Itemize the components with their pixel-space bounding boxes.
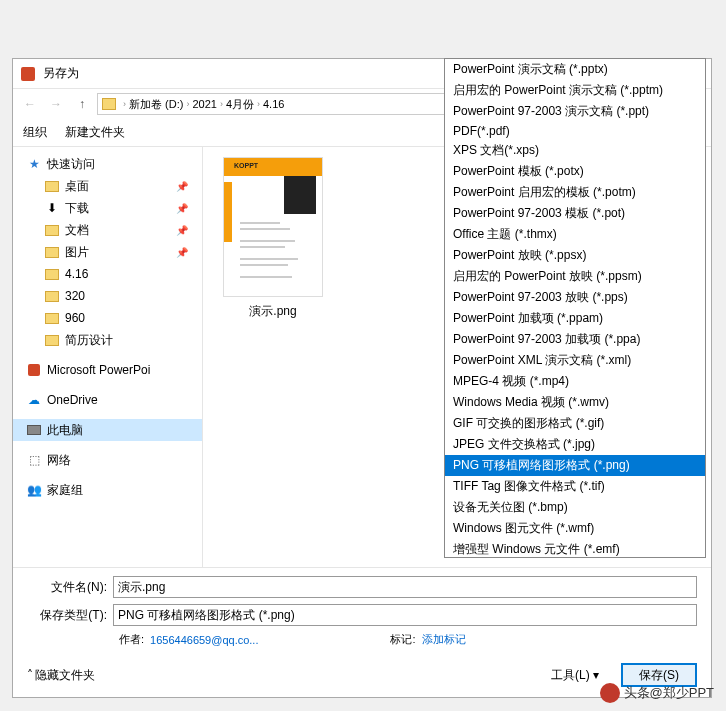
folder-icon <box>102 98 116 110</box>
chevron-right-icon: › <box>186 99 189 109</box>
nav-back-button[interactable]: ← <box>19 93 41 115</box>
file-name-label: 演示.png <box>213 303 333 320</box>
powerpoint-icon <box>21 67 35 81</box>
sidebar-documents[interactable]: 文档📌 <box>13 219 202 241</box>
filetype-option[interactable]: PowerPoint 加载项 (*.ppam) <box>445 308 705 329</box>
sidebar-powerpoint[interactable]: Microsoft PowerPoi <box>13 359 202 381</box>
sidebar-item-label: 下载 <box>65 200 89 217</box>
chevron-right-icon: › <box>123 99 126 109</box>
sidebar-item-label: 简历设计 <box>65 332 113 349</box>
sidebar-item-label: 320 <box>65 289 85 303</box>
desktop-icon <box>45 179 59 193</box>
sidebar-item-label: 桌面 <box>65 178 89 195</box>
filetype-option[interactable]: JPEG 文件交换格式 (*.jpg) <box>445 434 705 455</box>
filetype-option[interactable]: PowerPoint 97-2003 加载项 (*.ppa) <box>445 329 705 350</box>
sidebar-folder-320[interactable]: 320 <box>13 285 202 307</box>
filetype-option[interactable]: PowerPoint 97-2003 演示文稿 (*.ppt) <box>445 101 705 122</box>
filetype-option[interactable]: PDF(*.pdf) <box>445 122 705 140</box>
sidebar-network[interactable]: ⬚网络 <box>13 449 202 471</box>
computer-icon <box>27 423 41 437</box>
sidebar-folder-resume[interactable]: 简历设计 <box>13 329 202 351</box>
hide-folders-button[interactable]: ˄ 隐藏文件夹 <box>27 667 95 684</box>
filetype-option[interactable]: 增强型 Windows 元文件 (*.emf) <box>445 539 705 558</box>
crumb-year[interactable]: 2021 <box>192 98 216 110</box>
filetype-option[interactable]: XPS 文档(*.xps) <box>445 140 705 161</box>
pictures-icon <box>45 245 59 259</box>
chevron-up-icon: ˄ <box>27 668 33 682</box>
tools-button[interactable]: 工具(L) ▾ <box>551 667 599 684</box>
crumb-day[interactable]: 4.16 <box>263 98 284 110</box>
crumb-month[interactable]: 4月份 <box>226 97 254 112</box>
powerpoint-icon <box>27 363 41 377</box>
filetype-dropdown[interactable]: PowerPoint 演示文稿 (*.pptx)启用宏的 PowerPoint … <box>444 58 706 558</box>
cloud-icon: ☁ <box>27 393 41 407</box>
filetype-option[interactable]: PowerPoint 97-2003 放映 (*.pps) <box>445 287 705 308</box>
filetype-option[interactable]: MPEG-4 视频 (*.mp4) <box>445 371 705 392</box>
author-value[interactable]: 1656446659@qq.co... <box>150 634 258 646</box>
sidebar-folder-416[interactable]: 4.16 <box>13 263 202 285</box>
watermark-avatar <box>600 683 620 703</box>
nav-up-button[interactable]: ↑ <box>71 93 93 115</box>
filetype-option[interactable]: PowerPoint XML 演示文稿 (*.xml) <box>445 350 705 371</box>
network-icon: ⬚ <box>27 453 41 467</box>
sidebar-item-label: 此电脑 <box>47 422 83 439</box>
filename-label: 文件名(N): <box>27 579 113 596</box>
hide-folders-label: 隐藏文件夹 <box>35 667 95 684</box>
sidebar-item-label: 图片 <box>65 244 89 261</box>
sidebar-downloads[interactable]: ⬇下载📌 <box>13 197 202 219</box>
filetype-option[interactable]: PowerPoint 模板 (*.potx) <box>445 161 705 182</box>
bottom-panel: 文件名(N): 保存类型(T): 作者: 1656446659@qq.co...… <box>13 567 711 697</box>
sidebar-item-label: Microsoft PowerPoi <box>47 363 150 377</box>
filetype-option[interactable]: PNG 可移植网络图形格式 (*.png) <box>445 455 705 476</box>
sidebar-this-pc[interactable]: 此电脑 <box>13 419 202 441</box>
filetype-option[interactable]: PowerPoint 演示文稿 (*.pptx) <box>445 59 705 80</box>
filetype-option[interactable]: PowerPoint 启用宏的模板 (*.potm) <box>445 182 705 203</box>
sidebar-item-label: 4.16 <box>65 267 88 281</box>
filetype-option[interactable]: 启用宏的 PowerPoint 演示文稿 (*.pptm) <box>445 80 705 101</box>
filetype-option[interactable]: 设备无关位图 (*.bmp) <box>445 497 705 518</box>
organize-button[interactable]: 组织 <box>23 124 47 141</box>
filename-input[interactable] <box>113 576 697 598</box>
sidebar-item-label: 快速访问 <box>47 156 95 173</box>
filetype-label: 保存类型(T): <box>27 607 113 624</box>
pin-icon: 📌 <box>176 225 188 236</box>
author-label: 作者: <box>119 632 144 647</box>
sidebar-folder-960[interactable]: 960 <box>13 307 202 329</box>
file-thumbnail: KOPPT <box>223 157 323 297</box>
pin-icon: 📌 <box>176 181 188 192</box>
sidebar-item-label: 家庭组 <box>47 482 83 499</box>
sidebar-onedrive[interactable]: ☁OneDrive <box>13 389 202 411</box>
chevron-right-icon: › <box>257 99 260 109</box>
filetype-select[interactable] <box>113 604 697 626</box>
filetype-option[interactable]: 启用宏的 PowerPoint 放映 (*.ppsm) <box>445 266 705 287</box>
nav-forward-button[interactable]: → <box>45 93 67 115</box>
filetype-option[interactable]: PowerPoint 97-2003 模板 (*.pot) <box>445 203 705 224</box>
sidebar-quick-access[interactable]: ★快速访问 <box>13 153 202 175</box>
filetype-option[interactable]: Windows 图元文件 (*.wmf) <box>445 518 705 539</box>
filetype-option[interactable]: TIFF Tag 图像文件格式 (*.tif) <box>445 476 705 497</box>
filetype-option[interactable]: PowerPoint 放映 (*.ppsx) <box>445 245 705 266</box>
sidebar-desktop[interactable]: 桌面📌 <box>13 175 202 197</box>
pin-icon: 📌 <box>176 203 188 214</box>
sidebar-item-label: OneDrive <box>47 393 98 407</box>
folder-icon <box>45 311 59 325</box>
crumb-drive[interactable]: 新加卷 (D:) <box>129 97 183 112</box>
watermark-text: 头条@郑少PPT <box>624 684 714 702</box>
file-tile[interactable]: KOPPT 演示.png <box>213 157 333 320</box>
homegroup-icon: 👥 <box>27 483 41 497</box>
watermark: 头条@郑少PPT <box>600 683 714 703</box>
sidebar-homegroup[interactable]: 👥家庭组 <box>13 479 202 501</box>
filetype-option[interactable]: Office 主题 (*.thmx) <box>445 224 705 245</box>
new-folder-button[interactable]: 新建文件夹 <box>65 124 125 141</box>
tag-label: 标记: <box>390 632 415 647</box>
sidebar-pictures[interactable]: 图片📌 <box>13 241 202 263</box>
folder-icon <box>45 267 59 281</box>
chevron-right-icon: › <box>220 99 223 109</box>
sidebar-item-label: 文档 <box>65 222 89 239</box>
tag-value[interactable]: 添加标记 <box>422 632 466 647</box>
thumb-brand: KOPPT <box>234 162 258 169</box>
pin-icon: 📌 <box>176 247 188 258</box>
sidebar: ★快速访问 桌面📌 ⬇下载📌 文档📌 图片📌 4.16 320 960 简历设计… <box>13 147 203 567</box>
filetype-option[interactable]: GIF 可交换的图形格式 (*.gif) <box>445 413 705 434</box>
filetype-option[interactable]: Windows Media 视频 (*.wmv) <box>445 392 705 413</box>
